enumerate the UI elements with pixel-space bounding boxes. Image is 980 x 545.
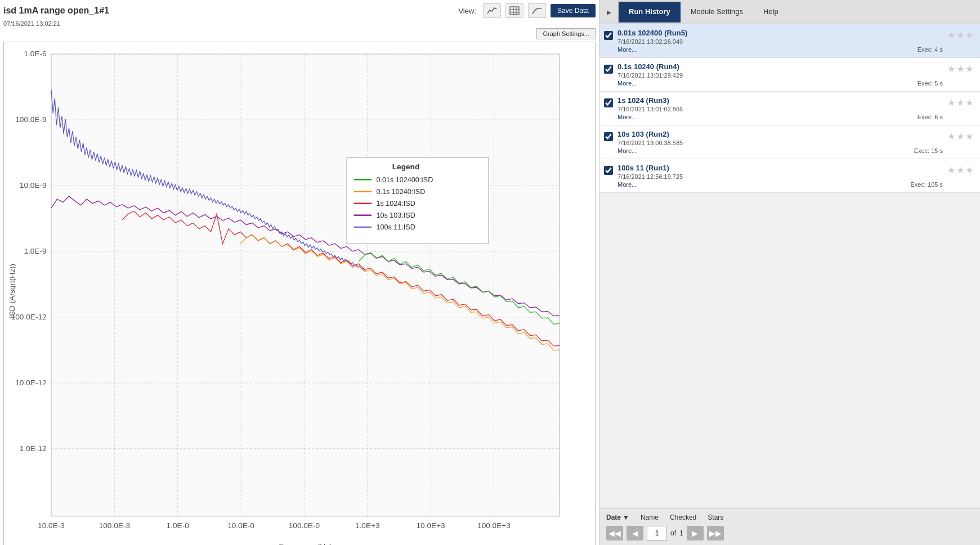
sort-name-label: Name [641, 514, 659, 521]
sort-date-label: Date [606, 514, 621, 521]
sort-by-stars[interactable]: Stars [708, 514, 723, 521]
run-item-3: 1s 1024 (Run3) 7/16/2021 13:01:02.866 Mo… [599, 92, 980, 125]
star-4-3[interactable]: ★ [965, 64, 973, 74]
run-name-4: 0.1s 10240 (Run4) [617, 62, 943, 71]
run-checkbox-1[interactable] [604, 166, 613, 175]
run-date-2: 7/16/2021 13:00:38.585 [617, 139, 943, 146]
star-2-2[interactable]: ★ [956, 131, 964, 142]
run-more-exec-4: More... Exec: 5 s [617, 80, 943, 87]
svg-rect-0 [510, 7, 519, 15]
star-4-1[interactable]: ★ [947, 64, 955, 74]
right-tabs: ▸ Run History Module Settings Help [599, 0, 980, 24]
run-more-exec-1: More... Exec: 105 s [617, 181, 943, 188]
run-checkbox-4[interactable] [604, 65, 613, 74]
svg-text:1.0E+3: 1.0E+3 [355, 521, 380, 530]
view-label: View: [458, 7, 476, 15]
run-more-link-4[interactable]: More... [617, 80, 637, 87]
svg-text:10.0E-0: 10.0E-0 [227, 521, 254, 530]
chart-panel: isd 1mA range open_1#1 View: [0, 0, 599, 545]
svg-text:10.0E-12: 10.0E-12 [15, 379, 46, 387]
svg-text:1.0E-12: 1.0E-12 [20, 444, 47, 453]
svg-text:ISD (A/sqrt(Hz)): ISD (A/sqrt(Hz)) [8, 264, 16, 318]
run-date-1: 7/16/2021 12:56:19.725 [617, 173, 943, 180]
sort-by-date[interactable]: Date ▼ [606, 514, 629, 521]
run-more-link-2[interactable]: More... [617, 147, 637, 154]
star-1-3[interactable]: ★ [965, 165, 973, 175]
svg-text:0.01s 102400:ISD: 0.01s 102400:ISD [377, 176, 433, 184]
line-chart-view-icon[interactable] [483, 3, 501, 18]
run-checkbox-5[interactable] [604, 31, 613, 40]
svg-text:100.0E-0: 100.0E-0 [289, 521, 320, 530]
run-more-exec-2: More... Exec: 15 s [617, 147, 943, 154]
page-total: 1 [679, 529, 683, 537]
star-1-2[interactable]: ★ [956, 165, 964, 175]
table-svg [509, 6, 520, 16]
footer-pagination: ◀◀ ◀ of 1 ▶ ▶▶ [606, 526, 973, 541]
curve-view-icon[interactable] [528, 3, 546, 18]
chart-toolbar: View: [458, 3, 596, 18]
page-prev-button[interactable]: ◀ [627, 526, 643, 541]
tab-help[interactable]: Help [753, 2, 789, 22]
run-more-link-5[interactable]: More... [617, 46, 637, 53]
curve-svg [531, 6, 543, 16]
sort-by-name[interactable]: Name [641, 514, 659, 521]
run-more-link-3[interactable]: More... [617, 114, 637, 120]
star-5-2[interactable]: ★ [956, 30, 964, 40]
star-1-1[interactable]: ★ [947, 165, 955, 175]
tab-run-history[interactable]: Run History [619, 2, 681, 22]
run-exec-2: Exec: 15 s [914, 147, 943, 154]
line-chart-svg [486, 6, 498, 16]
star-3-3[interactable]: ★ [965, 97, 973, 108]
svg-text:10.0E-3: 10.0E-3 [38, 521, 65, 530]
svg-text:1.0E-6: 1.0E-6 [24, 49, 46, 58]
run-date-5: 7/16/2021 13:02:26.049 [617, 38, 943, 45]
run-date-3: 7/16/2021 13:01:02.866 [617, 106, 943, 112]
page-last-button[interactable]: ▶▶ [707, 526, 724, 541]
star-4-2[interactable]: ★ [956, 64, 964, 74]
table-view-icon[interactable] [505, 3, 523, 18]
run-info-1: 100s 11 (Run1) 7/16/2021 12:56:19.725 Mo… [617, 164, 943, 188]
run-history-list: 0.01s 102400 (Run5) 7/16/2021 13:02:26.0… [599, 24, 980, 508]
graph-settings-button[interactable]: Graph Settings... [536, 28, 596, 39]
svg-text:Frequency (Hz): Frequency (Hz) [279, 542, 332, 545]
star-2-1[interactable]: ★ [947, 131, 955, 142]
run-stars-2: ★ ★ ★ [947, 131, 973, 142]
run-name-2: 10s 103 (Run2) [617, 130, 943, 138]
sort-by-checked[interactable]: Checked [670, 514, 696, 521]
page-first-button[interactable]: ◀◀ [606, 526, 623, 541]
star-3-1[interactable]: ★ [947, 97, 955, 108]
run-stars-3: ★ ★ ★ [947, 97, 973, 108]
run-stars-5: ★ ★ ★ [947, 30, 973, 40]
graph-settings-row: Graph Settings... [3, 28, 596, 39]
page-number-input[interactable] [647, 526, 667, 541]
svg-text:100s 11:ISD: 100s 11:ISD [377, 223, 415, 231]
chart-header: isd 1mA range open_1#1 View: [3, 3, 596, 18]
svg-text:10.0E-9: 10.0E-9 [20, 181, 47, 190]
main-chart-svg: .axis-label { font-size: 13px; fill: #55… [4, 42, 595, 545]
run-checkbox-3[interactable] [604, 98, 613, 107]
run-more-exec-5: More... Exec: 4 s [617, 46, 943, 53]
page-next-button[interactable]: ▶ [687, 526, 704, 541]
run-info-2: 10s 103 (Run2) 7/16/2021 13:00:38.585 Mo… [617, 130, 943, 154]
svg-text:1s 1024:ISD: 1s 1024:ISD [377, 200, 415, 208]
save-data-button[interactable]: Save Data [551, 4, 596, 17]
run-info-4: 0.1s 10240 (Run4) 7/16/2021 13:01:29.429… [617, 62, 943, 87]
svg-text:100.0E-12: 100.0E-12 [11, 313, 47, 321]
star-3-2[interactable]: ★ [956, 97, 964, 108]
run-stars-1: ★ ★ ★ [947, 165, 973, 175]
chart-area: .axis-label { font-size: 13px; fill: #55… [3, 42, 596, 545]
run-info-5: 0.01s 102400 (Run5) 7/16/2021 13:02:26.0… [617, 29, 943, 53]
run-date-4: 7/16/2021 13:01:29.429 [617, 72, 943, 79]
star-2-3[interactable]: ★ [965, 131, 973, 142]
star-5-1[interactable]: ★ [947, 30, 955, 40]
run-more-link-1[interactable]: More... [617, 181, 637, 188]
run-exec-3: Exec: 6 s [918, 114, 943, 120]
run-item-1: 100s 11 (Run1) 7/16/2021 12:56:19.725 Mo… [599, 159, 980, 193]
tab-arrow-left[interactable]: ▸ [599, 0, 619, 24]
run-item-2: 10s 103 (Run2) 7/16/2021 13:00:38.585 Mo… [599, 125, 980, 159]
run-checkbox-2[interactable] [604, 132, 613, 141]
run-item-4: 0.1s 10240 (Run4) 7/16/2021 13:01:29.429… [599, 58, 980, 92]
star-5-3[interactable]: ★ [965, 30, 973, 40]
tab-module-settings[interactable]: Module Settings [681, 2, 753, 22]
run-item-5: 0.01s 102400 (Run5) 7/16/2021 13:02:26.0… [599, 24, 980, 58]
